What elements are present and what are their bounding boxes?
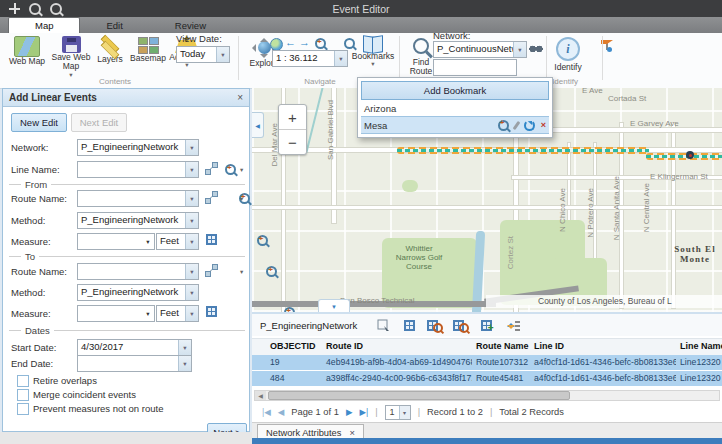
chevron-down-icon[interactable]: ▾: [185, 306, 198, 321]
zoom-out-icon[interactable]: [49, 3, 63, 15]
bookmarks-button[interactable]: Bookmarks ▾: [350, 36, 396, 68]
sort-icon[interactable]: [505, 318, 521, 332]
close-icon[interactable]: ×: [349, 428, 354, 438]
collapse-table-arrow[interactable]: ▼: [318, 299, 350, 312]
merge-coincident-checkbox[interactable]: [17, 389, 29, 401]
tab-map[interactable]: Map: [8, 17, 80, 33]
first-page-icon[interactable]: |◀: [262, 408, 271, 417]
chevron-down-icon[interactable]: ▾: [185, 285, 198, 300]
poi-label: Don Bosco Technical: [340, 296, 415, 305]
tab-edit[interactable]: Edit: [80, 18, 148, 33]
zoom-in-icon[interactable]: [28, 3, 42, 15]
column-header-objectid[interactable]: OBJECTID: [266, 339, 322, 355]
zoom-to-icon[interactable]: +: [225, 164, 236, 175]
scale-select[interactable]: 1 : 36.112 ▾: [272, 50, 348, 67]
bookmark-item-arizona[interactable]: Arizona: [361, 100, 549, 116]
selected-route-segment[interactable]: [646, 153, 722, 160]
scroll-left-icon[interactable]: ◀: [255, 391, 266, 400]
measure-table-icon[interactable]: [206, 234, 217, 245]
zoom-to-icon[interactable]: +: [257, 235, 268, 246]
bookmark-item-mesa[interactable]: Mesa + ×: [361, 116, 549, 134]
chevron-down-icon[interactable]: ▾: [185, 213, 198, 228]
zoom-in-tool-icon[interactable]: +: [315, 38, 326, 49]
from-unit-select[interactable]: Feet ▾: [156, 233, 199, 250]
chevron-down-icon[interactable]: ▾: [216, 47, 229, 62]
bookmark-refresh-icon[interactable]: [524, 120, 535, 131]
chevron-down-icon[interactable]: ▾: [142, 234, 154, 249]
measure-table-icon[interactable]: [206, 306, 217, 317]
selection-options-icon[interactable]: [375, 318, 391, 332]
add-record-icon[interactable]: +: [479, 318, 495, 332]
identify-button[interactable]: i Identify: [550, 37, 586, 72]
to-method-select[interactable]: P_EngineeringNetwork ▾: [77, 284, 199, 301]
to-unit-select[interactable]: Feet ▾: [156, 305, 199, 322]
from-method-select[interactable]: P_EngineeringNetwork ▾: [77, 212, 199, 229]
chevron-down-icon[interactable]: ▾: [185, 162, 198, 177]
collapse-panel-arrow[interactable]: ◀: [252, 112, 264, 138]
scrollbar-thumb[interactable]: [268, 391, 570, 400]
chevron-down-icon[interactable]: ▾: [142, 306, 154, 321]
end-date-input[interactable]: ▾: [77, 355, 192, 372]
to-route-name-select[interactable]: ▾: [77, 263, 199, 280]
pan-icon[interactable]: [7, 3, 21, 15]
web-map-button[interactable]: Web Map: [6, 36, 48, 66]
chevron-down-icon[interactable]: ▾: [185, 234, 198, 249]
zoom-to-icon[interactable]: +: [266, 266, 277, 277]
selected-route-segment[interactable]: [397, 147, 649, 154]
panel-network-select[interactable]: P_EngineeringNetwork ▾: [77, 139, 199, 156]
start-date-input[interactable]: 4/30/2017 ▾: [77, 339, 192, 356]
column-header-route-name[interactable]: Route Name: [472, 339, 530, 355]
bookmark-delete-icon[interactable]: ×: [541, 120, 546, 130]
to-measure-combo[interactable]: ▾: [77, 305, 155, 322]
from-route-name-select[interactable]: ▾: [77, 190, 199, 207]
chevron-down-icon[interactable]: ▾: [185, 140, 198, 155]
route-search-input[interactable]: [433, 59, 517, 76]
column-header-line-id[interactable]: Line ID: [530, 339, 676, 355]
select-on-map-icon[interactable]: [205, 162, 218, 177]
bookmark-edit-icon[interactable]: [512, 120, 520, 129]
close-icon[interactable]: ×: [237, 92, 243, 103]
binoculars-icon[interactable]: [529, 44, 543, 53]
previous-page-icon[interactable]: ◀: [278, 408, 285, 417]
chevron-down-icon[interactable]: ▾: [185, 191, 198, 206]
zoom-to-selection-icon[interactable]: [427, 318, 443, 332]
basemap-button[interactable]: Basemap: [128, 37, 168, 63]
retire-overlaps-checkbox[interactable]: [17, 375, 29, 387]
select-on-map-icon[interactable]: [205, 191, 218, 206]
table-row[interactable]: 484 a398ff4c-2940-4c00-96b6-c6343f8f1711…: [252, 371, 722, 387]
pan-to-selection-icon[interactable]: [453, 318, 469, 332]
from-measure-combo[interactable]: ▾: [77, 233, 155, 250]
bookmark-zoom-icon[interactable]: +: [498, 120, 509, 131]
select-on-map-icon[interactable]: [205, 264, 218, 279]
new-edit-button[interactable]: New Edit: [11, 113, 67, 132]
save-web-map-button[interactable]: Save Web Map ▾: [50, 36, 92, 78]
layers-button[interactable]: Layers: [93, 37, 127, 64]
last-page-icon[interactable]: ▶|: [359, 408, 368, 417]
add-bookmark-button[interactable]: Add Bookmark: [361, 81, 549, 100]
view-date-select[interactable]: Today ▾: [176, 46, 230, 63]
table-layer-tab[interactable]: P_EngineeringNetwork: [260, 320, 357, 331]
chevron-down-icon[interactable]: ▾: [185, 264, 198, 279]
chevron-down-icon[interactable]: ▾: [178, 340, 191, 355]
column-header-line-name[interactable]: Line Name: [676, 339, 722, 355]
table-row[interactable]: 19 4eb9419b-af9b-4d04-ab69-1d490476802b …: [252, 355, 722, 371]
next-extent-icon[interactable]: →: [299, 37, 310, 47]
chevron-down-icon[interactable]: ▾: [334, 51, 347, 66]
route-point-marker[interactable]: [686, 151, 694, 159]
line-name-select[interactable]: ▾: [77, 161, 199, 178]
previous-extent-icon[interactable]: ←: [285, 37, 296, 47]
map-zoom-in-button[interactable]: +: [279, 105, 306, 130]
network-select[interactable]: P_ContinuousNetwork ▾: [433, 41, 527, 58]
chevron-down-icon[interactable]: ▾: [240, 196, 243, 203]
map-zoom-out-button[interactable]: −: [279, 130, 306, 154]
page-select[interactable]: 1 ▾: [385, 405, 411, 420]
chevron-down-icon[interactable]: ▾: [513, 42, 526, 57]
prevent-measures-checkbox[interactable]: [17, 403, 29, 415]
column-header-route-id[interactable]: Route ID: [322, 339, 472, 355]
next-page-icon[interactable]: ▶: [346, 408, 353, 417]
chevron-down-icon[interactable]: ▾: [240, 167, 243, 174]
chevron-down-icon[interactable]: ▾: [178, 356, 191, 371]
chevron-down-icon[interactable]: ▾: [240, 269, 243, 276]
horizontal-scrollbar[interactable]: ◀: [254, 390, 720, 401]
switch-table-icon[interactable]: [401, 318, 417, 332]
